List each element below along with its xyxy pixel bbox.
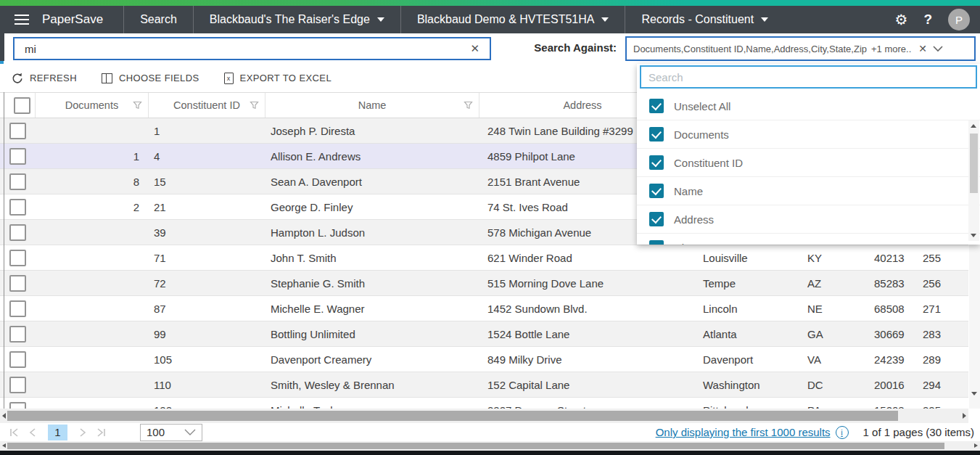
row-checkbox[interactable] <box>9 173 26 190</box>
row-checkbox[interactable] <box>9 326 26 343</box>
info-icon[interactable]: i <box>836 426 849 439</box>
cell-constituent_id: 39 <box>148 220 265 245</box>
field-option-label: Constituent ID <box>664 157 743 169</box>
page-horizontal-scrollbar[interactable] <box>0 441 980 451</box>
field-option-unselect-all[interactable]: Unselect All <box>637 92 980 120</box>
checked-checkbox[interactable] <box>649 240 664 245</box>
scroll-up-arrow-icon[interactable] <box>971 124 976 128</box>
field-option-documents[interactable]: Documents <box>637 120 980 149</box>
clear-fields-icon[interactable]: ✕ <box>911 43 933 54</box>
row-checkbox-cell <box>0 169 35 194</box>
row-checkbox[interactable] <box>9 377 26 393</box>
filter-icon[interactable] <box>464 100 473 112</box>
cell-city: Davenport <box>685 347 791 372</box>
scroll-left-arrow-icon[interactable] <box>2 413 6 419</box>
nav-item-search[interactable]: Search <box>124 6 194 33</box>
chevron-down-icon[interactable] <box>933 46 949 52</box>
row-checkbox[interactable] <box>9 199 26 216</box>
filter-icon[interactable] <box>133 100 142 112</box>
export-to-excel-button[interactable]: x EXPORT TO EXCEL <box>224 73 332 84</box>
refresh-button[interactable]: REFRESH <box>12 73 77 84</box>
app-brand[interactable]: PaperSave <box>0 6 124 33</box>
current-page-button[interactable]: 1 <box>48 425 67 440</box>
nav-item-database[interactable]: Blackbaud Demo & HVTEST51HA <box>401 6 626 33</box>
last-page-button[interactable] <box>92 425 111 440</box>
nav-item-host-application[interactable]: Blackbaud's The Raiser's Edge <box>194 6 401 33</box>
cell-city: Pittsburgh <box>685 398 791 409</box>
hamburger-menu-icon[interactable] <box>15 12 29 28</box>
table-row[interactable]: 99Bottling Unlimited1524 Bottle LaneAtla… <box>0 321 968 347</box>
nav-item-record-type[interactable]: Records - Constituent <box>625 6 784 33</box>
cell-state: NE <box>791 296 852 321</box>
clear-search-icon[interactable]: ✕ <box>460 42 490 55</box>
row-checkbox[interactable] <box>9 123 26 139</box>
table-row[interactable]: 71John T. Smith621 Winder RoadLouisville… <box>0 245 968 271</box>
fields-search-input-field[interactable] <box>641 70 976 84</box>
checked-checkbox[interactable] <box>649 127 664 142</box>
grid-horizontal-scrollbar[interactable] <box>0 409 968 423</box>
row-checkbox[interactable] <box>9 402 26 409</box>
page-size-select[interactable]: 100 <box>140 424 202 441</box>
scrollbar-thumb[interactable] <box>7 443 944 449</box>
row-checkbox[interactable] <box>9 224 26 241</box>
cell-constituent_id: 1 <box>148 118 265 143</box>
row-checkbox[interactable] <box>9 351 26 368</box>
cell-zip: 30669 <box>852 321 915 346</box>
field-option-name[interactable]: Name <box>637 177 980 205</box>
table-row[interactable]: 122Michelle Taylor3327 Dawson StreetPitt… <box>0 398 968 409</box>
search-input[interactable]: mi ✕ <box>13 37 491 60</box>
cell-city: Tempe <box>685 271 791 295</box>
scroll-down-arrow-icon[interactable] <box>971 392 977 395</box>
column-header-documents[interactable]: Documents <box>35 93 148 118</box>
columns-icon <box>102 73 112 83</box>
checked-checkbox[interactable] <box>649 184 664 198</box>
more-fields-badge[interactable]: +1 more.. <box>867 44 911 54</box>
help-icon[interactable]: ? <box>923 12 932 28</box>
settings-gear-icon[interactable]: ⚙ <box>894 12 907 27</box>
fields-search-input[interactable] <box>640 65 977 89</box>
nav-item-label: Blackbaud's The Raiser's Edge <box>210 13 370 26</box>
checked-checkbox[interactable] <box>649 99 664 113</box>
next-page-button[interactable] <box>73 425 92 440</box>
column-header-label: Constituent ID <box>173 99 240 111</box>
scroll-right-arrow-icon[interactable] <box>974 443 978 448</box>
row-checkbox[interactable] <box>9 250 26 266</box>
search-against-multiselect[interactable]: Documents,Constituent ID,Name,Address,Ci… <box>625 36 976 61</box>
chevron-down-icon <box>761 17 768 22</box>
field-option-address[interactable]: Address <box>637 205 980 234</box>
column-header-name[interactable]: Name <box>265 93 479 118</box>
row-checkbox[interactable] <box>9 300 26 317</box>
table-row[interactable]: 105Davenport Creamery849 Milky DriveDave… <box>0 347 968 372</box>
chevron-down-icon <box>601 17 609 22</box>
row-checkbox[interactable] <box>9 275 26 292</box>
scroll-left-arrow-icon[interactable] <box>2 443 6 448</box>
cell-documents <box>35 398 148 409</box>
search-input-value[interactable]: mi <box>15 43 460 55</box>
first-page-button[interactable] <box>4 425 23 440</box>
cell-name: Michelle Taylor <box>265 398 479 409</box>
column-header-label: Name <box>358 99 387 111</box>
select-all-checkbox[interactable] <box>14 97 30 114</box>
left-edge-line <box>4 92 4 409</box>
table-row[interactable]: 72Stephanie G. Smith515 Morning Dove Lan… <box>0 271 968 296</box>
scroll-down-arrow-icon[interactable] <box>971 234 976 237</box>
previous-page-button[interactable] <box>23 425 42 440</box>
choose-fields-button[interactable]: CHOOSE FIELDS <box>102 73 199 83</box>
scroll-right-arrow-icon[interactable] <box>963 413 966 419</box>
checked-checkbox[interactable] <box>649 212 664 226</box>
column-header-constituent_id[interactable]: Constituent ID <box>148 93 265 118</box>
row-checkbox-cell <box>0 398 35 409</box>
scrollbar-thumb[interactable] <box>7 411 898 421</box>
row-checkbox[interactable] <box>9 148 26 165</box>
field-option-city[interactable]: City <box>637 234 980 245</box>
table-row[interactable]: 110Smith, Wesley & Brennan152 Capital La… <box>0 372 968 398</box>
field-option-constituent-id[interactable]: Constituent ID <box>637 149 980 177</box>
scrollbar-thumb[interactable] <box>970 134 978 193</box>
results-limit-notice[interactable]: Only displaying the first 1000 results i <box>656 426 849 439</box>
checked-checkbox[interactable] <box>649 155 664 170</box>
panel-scrollbar[interactable] <box>968 120 979 241</box>
filter-icon[interactable] <box>250 100 259 112</box>
user-avatar[interactable]: P <box>948 9 970 30</box>
table-row[interactable]: 87Michelle E. Wagner1452 Sundown Blvd.Li… <box>0 296 968 321</box>
row-checkbox-cell <box>0 118 35 143</box>
